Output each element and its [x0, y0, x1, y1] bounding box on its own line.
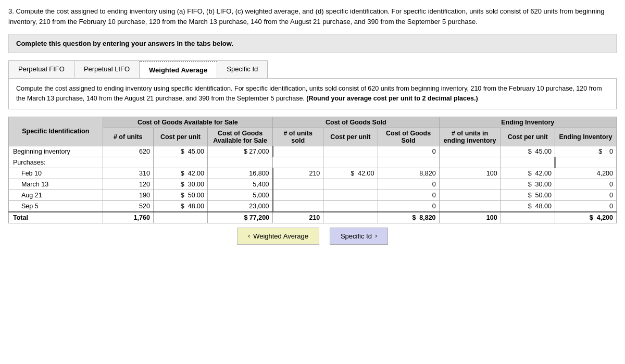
- bottom-navigation: ‹ Weighted Average Specific Id ›: [8, 228, 617, 245]
- cell-total-units: 1,760: [103, 212, 153, 223]
- cell-total-units-ending: 100: [439, 212, 501, 223]
- col-specific-identification: Specific Identification: [9, 117, 103, 146]
- cell-units-sold[interactable]: [273, 179, 323, 190]
- cell-total-cost-goods-sold: $ 8,820: [378, 212, 439, 223]
- cell-units: 120: [103, 179, 153, 190]
- cell-cost-per-unit2[interactable]: [323, 190, 378, 200]
- cell-cost-per-unit: $ 48.00: [153, 200, 207, 212]
- cell-total-ending-inventory: $ 4,200: [555, 212, 616, 223]
- cell-units: 310: [103, 168, 153, 179]
- col-cost-per-unit3: Cost per unit: [501, 128, 555, 146]
- tab-weighted-average[interactable]: Weighted Average: [140, 61, 217, 78]
- col-header-cost-available: Cost of Goods Available for Sale: [103, 117, 272, 128]
- tab-perpetual-lifo[interactable]: Perpetual LIFO: [74, 61, 140, 78]
- table-row: Feb 10 310 $ 42.00 16,800 210 $ 42.00 8,…: [9, 168, 617, 179]
- tab-perpetual-fifo[interactable]: Perpetual FIFO: [9, 61, 74, 78]
- intro-text: 3. Compute the cost assigned to ending i…: [8, 6, 617, 27]
- cell-units-ending[interactable]: [439, 200, 501, 212]
- cell-ending-inventory: 0: [555, 179, 616, 190]
- col-cost-avail: Cost of Goods Available for Sale: [208, 128, 273, 146]
- col-cost-goods-sold: Cost of Goods Sold: [378, 128, 439, 146]
- cell-cost-per-unit2[interactable]: [323, 146, 378, 157]
- cell-cost-avail: 16,800: [208, 168, 273, 179]
- cell-units-ending[interactable]: [439, 190, 501, 200]
- chevron-left-icon: ‹: [248, 232, 250, 240]
- col-units-ending: # of units in ending inventory: [439, 128, 501, 146]
- cell-units: 190: [103, 190, 153, 200]
- cell-cost-avail: 23,000: [208, 200, 273, 212]
- table-row: Aug 21 190 $ 50.00 5,000 0 $ 50.00 0: [9, 190, 617, 200]
- cell-cost-goods-sold: 0: [378, 190, 439, 200]
- cell-empty: [501, 212, 555, 223]
- cell-units: 520: [103, 200, 153, 212]
- cell-empty: [153, 157, 207, 168]
- tab-description: Compute the cost assigned to ending inve…: [8, 78, 617, 109]
- cell-cost-per-unit: $ 50.00: [153, 190, 207, 200]
- col-ending-inventory: Ending Inventory: [555, 128, 616, 146]
- cell-cost-per-unit: $ 45.00: [153, 146, 207, 157]
- chevron-right-icon: ›: [375, 232, 377, 240]
- row-label-feb10: Feb 10: [9, 168, 103, 179]
- next-tab-button[interactable]: Specific Id ›: [330, 228, 388, 245]
- col-cost-per-unit: Cost per unit: [153, 128, 207, 146]
- cell-units-ending[interactable]: [439, 179, 501, 190]
- cell-empty: [323, 212, 378, 223]
- cell-cost-per-unit2[interactable]: [323, 200, 378, 212]
- cell-units-ending[interactable]: [439, 146, 501, 157]
- table-row-total: Total 1,760 $ 77,200 210 $ 8,820 100 $ 4…: [9, 212, 617, 223]
- cell-ending-inventory: 4,200: [555, 168, 616, 179]
- row-label-sep5: Sep 5: [9, 200, 103, 212]
- cell-cost-per-unit3: $ 45.00: [501, 146, 555, 157]
- instruction-box: Complete this question by entering your …: [8, 34, 617, 53]
- cell-cost-avail: 5,400: [208, 179, 273, 190]
- cell-empty: [323, 157, 378, 168]
- next-tab-label: Specific Id: [341, 232, 372, 240]
- tab-specific-id[interactable]: Specific Id: [217, 61, 267, 78]
- row-label-march13: March 13: [9, 179, 103, 190]
- cell-empty: [501, 157, 555, 168]
- cell-ending-inventory: 0: [555, 200, 616, 212]
- row-label-total: Total: [9, 212, 103, 223]
- col-header-cost-sold: Cost of Goods Sold: [273, 117, 440, 128]
- row-label-beginning: Beginning inventory: [9, 146, 103, 157]
- cell-cost-goods-sold: 0: [378, 200, 439, 212]
- cell-cost-goods-sold: 0: [378, 179, 439, 190]
- cell-empty: [208, 157, 273, 168]
- tabs-container: Perpetual FIFO Perpetual LIFO Weighted A…: [8, 60, 268, 78]
- cell-cost-avail: $ 27,000: [208, 146, 273, 157]
- cell-cost-per-unit3: $ 48.00: [501, 200, 555, 212]
- row-label-aug21: Aug 21: [9, 190, 103, 200]
- table-row: Beginning inventory 620 $ 45.00 $ 27,000…: [9, 146, 617, 157]
- cell-cost-goods-sold: 0: [378, 146, 439, 157]
- cell-units: 620: [103, 146, 153, 157]
- cell-cost-per-unit: $ 42.00: [153, 168, 207, 179]
- cell-units-sold[interactable]: [273, 190, 323, 200]
- cell-cost-per-unit: $ 30.00: [153, 179, 207, 190]
- cell-cost-per-unit3: $ 30.00: [501, 179, 555, 190]
- cell-cost-per-unit3: $ 50.00: [501, 190, 555, 200]
- cell-cost-per-unit3: $ 42.00: [501, 168, 555, 179]
- cell-units-sold[interactable]: [273, 200, 323, 212]
- cell-total-cost-avail: $ 77,200: [208, 212, 273, 223]
- table-row-purchases-header: Purchases:: [9, 157, 617, 168]
- prev-tab-label: Weighted Average: [253, 232, 308, 240]
- cell-units-sold[interactable]: [273, 146, 323, 157]
- col-units: # of units: [103, 128, 153, 146]
- cell-empty: [103, 157, 153, 168]
- col-header-ending-inventory: Ending Inventory: [439, 117, 616, 128]
- col-units-sold: # of units sold: [273, 128, 323, 146]
- specific-identification-table: Specific Identification Cost of Goods Av…: [8, 117, 617, 223]
- cell-cost-per-unit2: $ 42.00: [323, 168, 378, 179]
- row-label-purchases: Purchases:: [9, 157, 103, 168]
- cell-empty: [378, 157, 439, 168]
- cell-cost-per-unit2[interactable]: [323, 179, 378, 190]
- table-row: March 13 120 $ 30.00 5,400 0 $ 30.00 0: [9, 179, 617, 190]
- cell-cost-avail: 5,000: [208, 190, 273, 200]
- cell-units-sold: 210: [273, 168, 323, 179]
- cell-units-ending: 100: [439, 168, 501, 179]
- cell-empty: [273, 157, 323, 168]
- cell-empty: [153, 212, 207, 223]
- cell-empty: [555, 157, 616, 168]
- table-row: Sep 5 520 $ 48.00 23,000 0 $ 48.00 0: [9, 200, 617, 212]
- prev-tab-button[interactable]: ‹ Weighted Average: [237, 228, 319, 245]
